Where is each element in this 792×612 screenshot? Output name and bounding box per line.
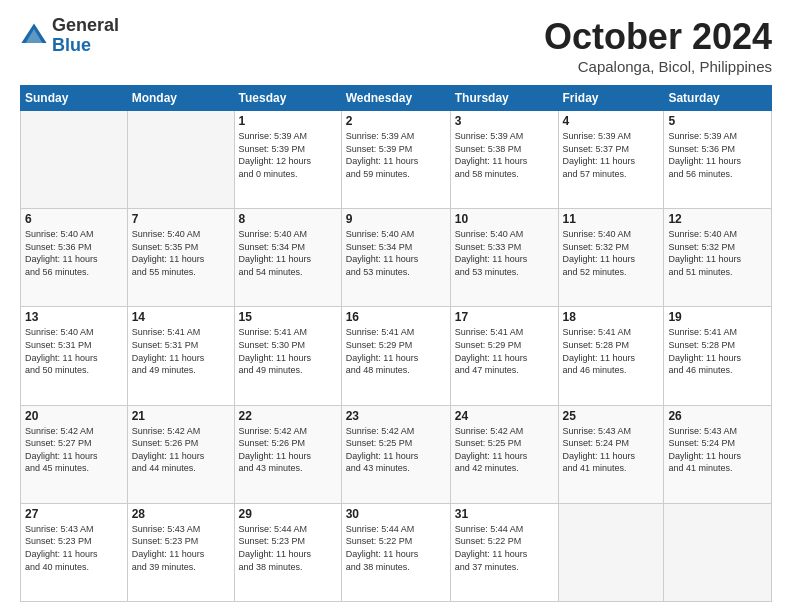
day-info: Sunrise: 5:39 AM Sunset: 5:39 PM Dayligh… [239, 130, 337, 180]
day-info: Sunrise: 5:42 AM Sunset: 5:25 PM Dayligh… [455, 425, 554, 475]
day-info: Sunrise: 5:42 AM Sunset: 5:25 PM Dayligh… [346, 425, 446, 475]
day-info: Sunrise: 5:44 AM Sunset: 5:23 PM Dayligh… [239, 523, 337, 573]
calendar-cell: 11Sunrise: 5:40 AM Sunset: 5:32 PM Dayli… [558, 209, 664, 307]
calendar-cell: 17Sunrise: 5:41 AM Sunset: 5:29 PM Dayli… [450, 307, 558, 405]
day-number: 29 [239, 507, 337, 521]
day-info: Sunrise: 5:42 AM Sunset: 5:26 PM Dayligh… [132, 425, 230, 475]
day-number: 13 [25, 310, 123, 324]
calendar-cell: 21Sunrise: 5:42 AM Sunset: 5:26 PM Dayli… [127, 405, 234, 503]
calendar-cell [664, 503, 772, 601]
calendar-cell: 14Sunrise: 5:41 AM Sunset: 5:31 PM Dayli… [127, 307, 234, 405]
day-info: Sunrise: 5:42 AM Sunset: 5:26 PM Dayligh… [239, 425, 337, 475]
day-number: 25 [563, 409, 660, 423]
day-info: Sunrise: 5:43 AM Sunset: 5:24 PM Dayligh… [668, 425, 767, 475]
weekday-header-row: SundayMondayTuesdayWednesdayThursdayFrid… [21, 86, 772, 111]
day-number: 10 [455, 212, 554, 226]
day-info: Sunrise: 5:40 AM Sunset: 5:36 PM Dayligh… [25, 228, 123, 278]
day-number: 5 [668, 114, 767, 128]
calendar-cell: 31Sunrise: 5:44 AM Sunset: 5:22 PM Dayli… [450, 503, 558, 601]
calendar: SundayMondayTuesdayWednesdayThursdayFrid… [20, 85, 772, 602]
calendar-cell: 16Sunrise: 5:41 AM Sunset: 5:29 PM Dayli… [341, 307, 450, 405]
day-number: 2 [346, 114, 446, 128]
title-block: October 2024 Capalonga, Bicol, Philippin… [544, 16, 772, 75]
day-info: Sunrise: 5:40 AM Sunset: 5:33 PM Dayligh… [455, 228, 554, 278]
day-number: 11 [563, 212, 660, 226]
day-info: Sunrise: 5:39 AM Sunset: 5:39 PM Dayligh… [346, 130, 446, 180]
day-number: 16 [346, 310, 446, 324]
calendar-cell: 29Sunrise: 5:44 AM Sunset: 5:23 PM Dayli… [234, 503, 341, 601]
week-row-3: 13Sunrise: 5:40 AM Sunset: 5:31 PM Dayli… [21, 307, 772, 405]
day-info: Sunrise: 5:41 AM Sunset: 5:28 PM Dayligh… [563, 326, 660, 376]
day-info: Sunrise: 5:41 AM Sunset: 5:29 PM Dayligh… [346, 326, 446, 376]
day-info: Sunrise: 5:39 AM Sunset: 5:38 PM Dayligh… [455, 130, 554, 180]
weekday-header-friday: Friday [558, 86, 664, 111]
weekday-header-saturday: Saturday [664, 86, 772, 111]
location: Capalonga, Bicol, Philippines [544, 58, 772, 75]
day-number: 9 [346, 212, 446, 226]
calendar-cell [558, 503, 664, 601]
calendar-cell: 6Sunrise: 5:40 AM Sunset: 5:36 PM Daylig… [21, 209, 128, 307]
day-number: 12 [668, 212, 767, 226]
day-number: 28 [132, 507, 230, 521]
week-row-5: 27Sunrise: 5:43 AM Sunset: 5:23 PM Dayli… [21, 503, 772, 601]
day-number: 4 [563, 114, 660, 128]
day-number: 22 [239, 409, 337, 423]
day-number: 19 [668, 310, 767, 324]
day-info: Sunrise: 5:42 AM Sunset: 5:27 PM Dayligh… [25, 425, 123, 475]
calendar-cell: 24Sunrise: 5:42 AM Sunset: 5:25 PM Dayli… [450, 405, 558, 503]
day-number: 15 [239, 310, 337, 324]
day-number: 21 [132, 409, 230, 423]
calendar-cell: 23Sunrise: 5:42 AM Sunset: 5:25 PM Dayli… [341, 405, 450, 503]
day-number: 30 [346, 507, 446, 521]
calendar-cell: 3Sunrise: 5:39 AM Sunset: 5:38 PM Daylig… [450, 111, 558, 209]
day-info: Sunrise: 5:40 AM Sunset: 5:31 PM Dayligh… [25, 326, 123, 376]
weekday-header-monday: Monday [127, 86, 234, 111]
day-info: Sunrise: 5:39 AM Sunset: 5:37 PM Dayligh… [563, 130, 660, 180]
day-info: Sunrise: 5:41 AM Sunset: 5:30 PM Dayligh… [239, 326, 337, 376]
calendar-cell: 4Sunrise: 5:39 AM Sunset: 5:37 PM Daylig… [558, 111, 664, 209]
calendar-cell: 26Sunrise: 5:43 AM Sunset: 5:24 PM Dayli… [664, 405, 772, 503]
calendar-cell: 12Sunrise: 5:40 AM Sunset: 5:32 PM Dayli… [664, 209, 772, 307]
day-number: 7 [132, 212, 230, 226]
calendar-cell: 19Sunrise: 5:41 AM Sunset: 5:28 PM Dayli… [664, 307, 772, 405]
calendar-cell: 2Sunrise: 5:39 AM Sunset: 5:39 PM Daylig… [341, 111, 450, 209]
day-number: 14 [132, 310, 230, 324]
day-info: Sunrise: 5:41 AM Sunset: 5:29 PM Dayligh… [455, 326, 554, 376]
day-info: Sunrise: 5:40 AM Sunset: 5:35 PM Dayligh… [132, 228, 230, 278]
day-number: 17 [455, 310, 554, 324]
calendar-cell: 28Sunrise: 5:43 AM Sunset: 5:23 PM Dayli… [127, 503, 234, 601]
day-number: 6 [25, 212, 123, 226]
logo-icon [20, 22, 48, 50]
day-number: 1 [239, 114, 337, 128]
weekday-header-wednesday: Wednesday [341, 86, 450, 111]
calendar-cell: 7Sunrise: 5:40 AM Sunset: 5:35 PM Daylig… [127, 209, 234, 307]
day-number: 3 [455, 114, 554, 128]
day-number: 20 [25, 409, 123, 423]
day-info: Sunrise: 5:40 AM Sunset: 5:32 PM Dayligh… [563, 228, 660, 278]
weekday-header-thursday: Thursday [450, 86, 558, 111]
day-info: Sunrise: 5:40 AM Sunset: 5:32 PM Dayligh… [668, 228, 767, 278]
day-info: Sunrise: 5:41 AM Sunset: 5:28 PM Dayligh… [668, 326, 767, 376]
day-info: Sunrise: 5:39 AM Sunset: 5:36 PM Dayligh… [668, 130, 767, 180]
weekday-header-tuesday: Tuesday [234, 86, 341, 111]
day-number: 23 [346, 409, 446, 423]
calendar-cell: 27Sunrise: 5:43 AM Sunset: 5:23 PM Dayli… [21, 503, 128, 601]
day-info: Sunrise: 5:44 AM Sunset: 5:22 PM Dayligh… [455, 523, 554, 573]
calendar-cell: 22Sunrise: 5:42 AM Sunset: 5:26 PM Dayli… [234, 405, 341, 503]
week-row-2: 6Sunrise: 5:40 AM Sunset: 5:36 PM Daylig… [21, 209, 772, 307]
calendar-cell: 8Sunrise: 5:40 AM Sunset: 5:34 PM Daylig… [234, 209, 341, 307]
week-row-4: 20Sunrise: 5:42 AM Sunset: 5:27 PM Dayli… [21, 405, 772, 503]
calendar-cell: 30Sunrise: 5:44 AM Sunset: 5:22 PM Dayli… [341, 503, 450, 601]
logo-text: General Blue [52, 16, 119, 56]
calendar-cell: 18Sunrise: 5:41 AM Sunset: 5:28 PM Dayli… [558, 307, 664, 405]
day-number: 24 [455, 409, 554, 423]
calendar-cell: 5Sunrise: 5:39 AM Sunset: 5:36 PM Daylig… [664, 111, 772, 209]
calendar-cell: 1Sunrise: 5:39 AM Sunset: 5:39 PM Daylig… [234, 111, 341, 209]
calendar-cell: 13Sunrise: 5:40 AM Sunset: 5:31 PM Dayli… [21, 307, 128, 405]
calendar-cell: 15Sunrise: 5:41 AM Sunset: 5:30 PM Dayli… [234, 307, 341, 405]
weekday-header-sunday: Sunday [21, 86, 128, 111]
day-number: 26 [668, 409, 767, 423]
calendar-cell: 10Sunrise: 5:40 AM Sunset: 5:33 PM Dayli… [450, 209, 558, 307]
day-info: Sunrise: 5:41 AM Sunset: 5:31 PM Dayligh… [132, 326, 230, 376]
day-number: 27 [25, 507, 123, 521]
